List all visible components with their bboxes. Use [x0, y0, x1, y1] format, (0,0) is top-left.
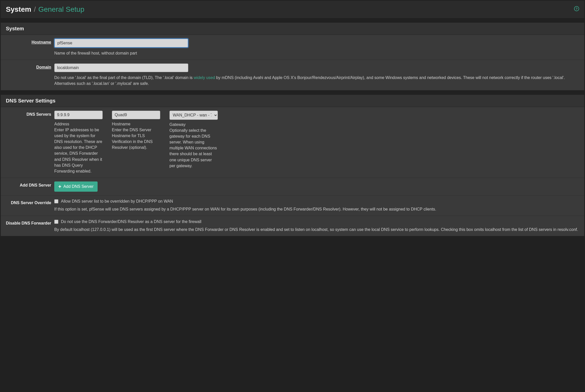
breadcrumb-root[interactable]: System — [6, 5, 31, 14]
breadcrumb-current: General Setup — [38, 5, 84, 14]
dns-servers-label: DNS Servers — [1, 111, 54, 117]
add-dns-server-row: Add DNS Server + Add DNS Server — [1, 178, 584, 195]
disable-dns-forwarder-help: By default localhost (127.0.0.1) will be… — [54, 227, 578, 232]
dns-address-sublabel: Address — [54, 122, 103, 126]
dns-override-checkbox-label: Allow DNS server list to be overridden b… — [61, 199, 173, 204]
disable-dns-forwarder-checkbox[interactable] — [54, 220, 58, 224]
dns-hostname-input[interactable] — [112, 111, 160, 119]
dns-override-checkbox[interactable] — [54, 199, 58, 203]
plus-icon: + — [58, 184, 61, 189]
dns-address-input[interactable] — [54, 111, 103, 119]
dns-override-label: DNS Server Override — [1, 199, 54, 205]
dns-gateway-sublabel: Gateway — [169, 122, 218, 127]
system-panel-header: System — [1, 23, 584, 35]
disable-dns-forwarder-row: Disable DNS Forwarder Do not use the DNS… — [1, 216, 584, 236]
hostname-help: Name of the firewall host, without domai… — [54, 50, 578, 56]
add-dns-server-button-label: Add DNS Server — [63, 184, 94, 189]
dns-servers-row: DNS Servers Address Enter IP addresses t… — [1, 107, 584, 178]
dns-gateway-help: Optionally select the gateway for each D… — [169, 127, 218, 169]
breadcrumb: System / General Setup ? — [1, 1, 584, 18]
add-dns-server-button[interactable]: + Add DNS Server — [54, 181, 98, 192]
dns-hostname-sublabel: Hostname — [112, 122, 161, 126]
dns-panel: DNS Server Settings DNS Servers Address … — [1, 95, 584, 236]
system-panel: System Hostname Name of the firewall hos… — [1, 23, 584, 90]
svg-text:?: ? — [576, 7, 578, 11]
dns-address-help: Enter IP addresses to be used by the sys… — [54, 127, 103, 174]
dns-panel-header: DNS Server Settings — [1, 95, 584, 107]
disable-dns-forwarder-label: Disable DNS Forwarder — [1, 219, 54, 226]
domain-help: Do not use '.local' as the final part of… — [54, 75, 578, 86]
add-dns-server-label: Add DNS Server — [1, 181, 54, 188]
breadcrumb-separator: / — [34, 5, 36, 14]
dns-override-help: If this option is set, pfSense will use … — [54, 206, 578, 212]
dns-gateway-select[interactable]: WAN_DHCP - wan - 7 — [169, 111, 218, 120]
hostname-row: Hostname Name of the firewall host, with… — [1, 35, 584, 60]
hostname-input[interactable] — [54, 38, 188, 48]
widely-used-link[interactable]: widely used — [194, 75, 215, 80]
domain-label: Domain — [1, 63, 54, 70]
help-icon[interactable]: ? — [574, 6, 579, 12]
disable-dns-forwarder-checkbox-label: Do not use the DNS Forwarder/DNS Resolve… — [61, 219, 201, 224]
hostname-label: Hostname — [1, 38, 54, 45]
dns-hostname-help: Enter the DNS Server Hostname for TLS Ve… — [112, 127, 161, 151]
domain-row: Domain Do not use '.local' as the final … — [1, 60, 584, 90]
domain-input[interactable] — [54, 63, 188, 72]
dns-override-row: DNS Server Override Allow DNS server lis… — [1, 195, 584, 216]
